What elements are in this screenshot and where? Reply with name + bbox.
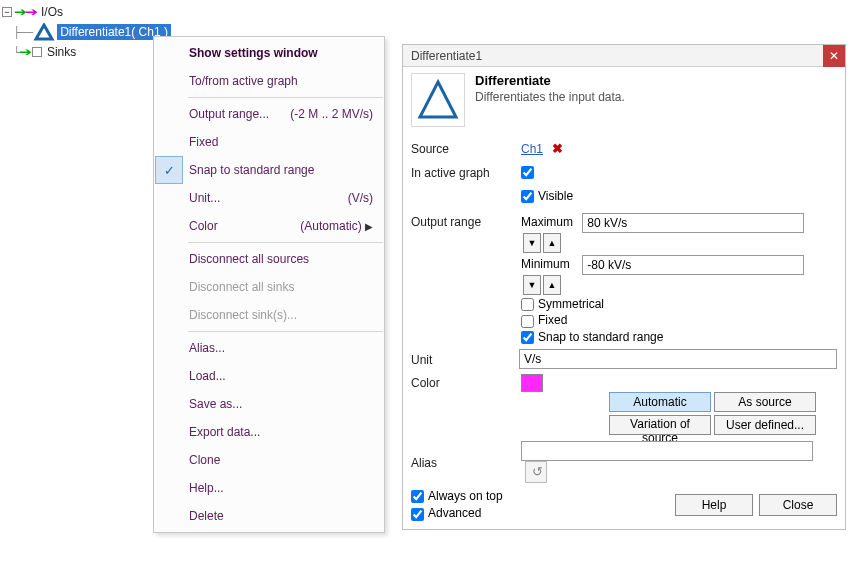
ctx-save-as[interactable]: Save as... — [155, 390, 383, 418]
label-minimum: Minimum — [521, 257, 579, 271]
ctx-delete[interactable]: Delete — [155, 502, 383, 530]
symmetrical-label[interactable]: Symmetrical — [521, 297, 604, 311]
header-icon-box — [411, 73, 465, 127]
label-unit: Unit — [411, 351, 519, 367]
ctx-fixed[interactable]: Fixed — [155, 128, 383, 156]
snap-label[interactable]: Snap to standard range — [521, 330, 663, 344]
ctx-show-settings[interactable]: Show settings window — [155, 39, 383, 67]
sinks-box-icon — [32, 47, 42, 57]
undo-icon: ↺ — [532, 464, 543, 479]
context-menu: Show settings window To/from active grap… — [153, 36, 385, 533]
arrow-out-icon: ➔ — [25, 6, 38, 18]
close-icon: ✕ — [829, 49, 839, 63]
minimum-input[interactable] — [582, 255, 804, 275]
color-as-source-button[interactable]: As source — [714, 392, 816, 412]
ctx-color[interactable]: Color(Automatic) ▶ — [155, 212, 383, 240]
source-link[interactable]: Ch1 — [521, 142, 543, 156]
label-output-range: Output range — [411, 213, 521, 229]
snap-checkbox[interactable] — [521, 331, 534, 344]
settings-window: Differentiate1 ✕ Differentiate Different… — [402, 44, 846, 530]
label-color: Color — [411, 374, 521, 390]
ctx-disconnect-sinks: Disconnect all sinks — [155, 273, 383, 301]
tree-branch-icon: ├── — [0, 26, 33, 39]
tree-row-root[interactable]: − ➔ ➔ I/Os — [0, 2, 400, 22]
maximum-input[interactable] — [582, 213, 804, 233]
help-button[interactable]: Help — [675, 494, 753, 516]
minimum-spin-down[interactable]: ▼ — [523, 275, 541, 295]
symmetrical-checkbox[interactable] — [521, 298, 534, 311]
tree-label-root[interactable]: I/Os — [38, 4, 66, 20]
window-title: Differentiate1 — [403, 49, 482, 63]
label-maximum: Maximum — [521, 215, 579, 229]
ctx-alias[interactable]: Alias... — [155, 334, 383, 362]
ctx-disconnect-sources[interactable]: Disconnect all sources — [155, 245, 383, 273]
triangle-icon — [33, 23, 55, 41]
minimum-spin-up[interactable]: ▲ — [543, 275, 561, 295]
always-on-top-checkbox[interactable] — [411, 490, 424, 503]
always-on-top-label[interactable]: Always on top — [411, 489, 503, 503]
ctx-unit[interactable]: Unit...(V/s) — [155, 184, 383, 212]
separator — [188, 331, 383, 332]
label-in-active-graph: In active graph — [411, 164, 521, 180]
ctx-export-data[interactable]: Export data... — [155, 418, 383, 446]
ctx-disconnect-sink-sel: Disconnect sink(s)... — [155, 301, 383, 329]
label-alias: Alias — [411, 454, 521, 470]
triangle-icon — [415, 77, 461, 123]
advanced-checkbox[interactable] — [411, 508, 424, 521]
titlebar: Differentiate1 ✕ — [403, 45, 845, 67]
arrow-in-icon: ➔ — [18, 46, 31, 58]
check-icon: ✓ — [155, 156, 183, 184]
fixed-label[interactable]: Fixed — [521, 313, 567, 327]
tree-branch-icon: └ — [0, 46, 20, 59]
visible-label[interactable]: Visible — [521, 189, 573, 203]
close-dialog-button[interactable]: Close — [759, 494, 837, 516]
ctx-help[interactable]: Help... — [155, 474, 383, 502]
alias-reset-button[interactable]: ↺ — [525, 461, 547, 483]
color-automatic-button[interactable]: Automatic — [609, 392, 711, 412]
maximum-spin-down[interactable]: ▼ — [523, 233, 541, 253]
ctx-snap[interactable]: ✓ Snap to standard range — [155, 156, 383, 184]
maximum-spin-up[interactable]: ▲ — [543, 233, 561, 253]
submenu-arrow-icon: ▶ — [365, 221, 373, 232]
ctx-output-range[interactable]: Output range...(-2 M .. 2 MV/s) — [155, 100, 383, 128]
header-title: Differentiate — [475, 73, 625, 88]
ctx-load[interactable]: Load... — [155, 362, 383, 390]
close-button[interactable]: ✕ — [823, 45, 845, 67]
color-variation-button[interactable]: Variation of source — [609, 415, 711, 435]
separator — [188, 242, 383, 243]
fixed-checkbox[interactable] — [521, 315, 534, 328]
remove-source-button[interactable]: ✖ — [552, 141, 563, 156]
alias-input[interactable] — [521, 441, 813, 461]
separator — [188, 97, 383, 98]
ctx-clone[interactable]: Clone — [155, 446, 383, 474]
tree-toggle-root[interactable]: − — [2, 7, 12, 17]
advanced-label[interactable]: Advanced — [411, 506, 503, 520]
color-user-defined-button[interactable]: User defined... — [714, 415, 816, 435]
color-swatch[interactable] — [521, 374, 543, 392]
visible-checkbox[interactable] — [521, 190, 534, 203]
header-description: Differentiates the input data. — [475, 90, 625, 104]
unit-input[interactable] — [519, 349, 837, 369]
in-active-graph-checkbox[interactable] — [521, 166, 534, 179]
ctx-toggle-graph[interactable]: To/from active graph — [155, 67, 383, 95]
tree-label-sinks[interactable]: Sinks — [44, 44, 79, 60]
label-source: Source — [411, 140, 521, 156]
